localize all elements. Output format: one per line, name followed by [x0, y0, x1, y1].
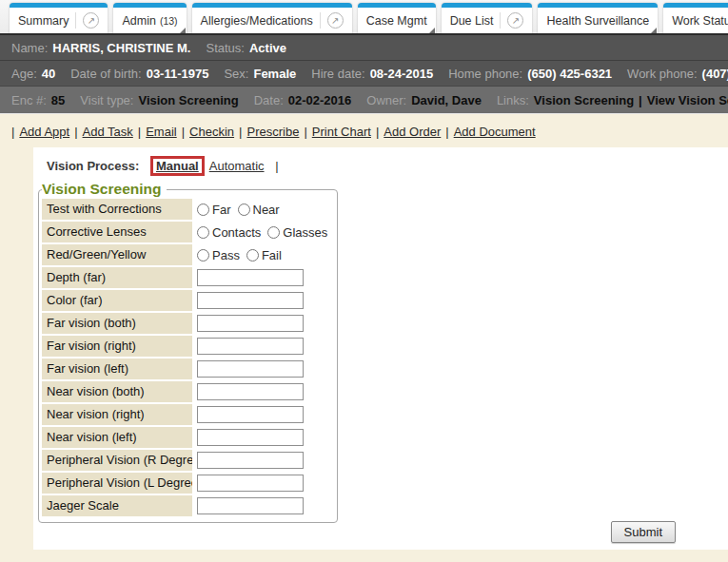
fieldset-legend: Vision Screening — [42, 181, 167, 198]
field-label: Corrective Lenses — [42, 222, 192, 242]
input-near-vision-right[interactable] — [197, 406, 304, 423]
field-control — [192, 267, 334, 288]
field-control — [192, 336, 334, 357]
encounter-enc: Enc #:85 — [11, 93, 65, 107]
vision-process-options: ManualAutomatic — [150, 159, 272, 173]
radio-contacts[interactable] — [197, 226, 209, 239]
input-jaeger-scale[interactable] — [197, 497, 304, 514]
field-control: ContactsGlasses — [192, 222, 334, 242]
action-link-add-task[interactable]: Add Task — [83, 125, 133, 139]
radio-option-pass[interactable]: Pass — [197, 248, 240, 262]
open-in-new-icon[interactable]: ↗ — [507, 12, 523, 29]
input-near-vision-both[interactable] — [197, 383, 304, 400]
tab-divider — [320, 12, 321, 29]
radio-glasses[interactable] — [267, 226, 280, 239]
input-depth-far[interactable] — [197, 269, 304, 286]
tab-allergies-medications[interactable]: Allergies/Medications↗ — [192, 3, 352, 33]
action-link-email[interactable]: Email — [146, 125, 177, 139]
input-color-far[interactable] — [197, 292, 304, 309]
field-label: Hire date: — [311, 67, 364, 81]
action-link-add-order[interactable]: Add Order — [384, 125, 441, 139]
field-value: (650) 425-6321 — [527, 67, 612, 81]
input-far-vision-both[interactable] — [197, 315, 304, 332]
field-value: 03-11-1975 — [147, 67, 209, 81]
action-link-prescribe[interactable]: Prescribe — [246, 125, 299, 139]
field-label: Far vision (right) — [42, 336, 192, 357]
field-control — [192, 495, 334, 516]
tab-work-status[interactable]: Work Status↗ — [663, 3, 728, 33]
field-label: Test with Corrections — [42, 199, 192, 220]
status-badge: Active — [249, 41, 286, 55]
vision-process-row: Vision Process: ManualAutomatic | — [33, 147, 728, 181]
link-view-vision-screening[interactable]: View Vision Screening — [647, 93, 728, 107]
encounter-visit-type: Visit type:Vision Screening — [80, 93, 238, 107]
form-row-red-green-yellow: Red/Green/YellowPassFail — [42, 244, 334, 265]
tab-summary[interactable]: Summary↗ — [10, 3, 108, 33]
open-in-new-icon[interactable]: ↗ — [327, 12, 344, 29]
vision-process-option-manual[interactable]: Manual — [156, 159, 199, 173]
submit-button[interactable]: Submit — [611, 521, 676, 543]
action-link-checkin[interactable]: Checkin — [189, 125, 234, 139]
status-label: Status: — [206, 41, 244, 55]
input-near-vision-left[interactable] — [197, 429, 304, 446]
radio-pass[interactable] — [197, 249, 209, 262]
patient-name-field: Name: HARRIS, CHRISTINE M. — [11, 41, 190, 55]
form-row-near-vision-right: Near vision (right) — [42, 404, 334, 425]
action-link-add-appt[interactable]: Add Appt — [19, 125, 69, 139]
field-label: Jaeger Scale — [42, 495, 192, 516]
form-row-jaeger-scale: Jaeger Scale — [42, 495, 334, 516]
field-label: Peripheral Vision (R Degree) — [42, 450, 192, 471]
dropdown-fold-icon — [180, 28, 186, 33]
input-far-vision-left[interactable] — [197, 360, 304, 378]
field-value: 08-24-2015 — [370, 67, 434, 81]
dropdown-fold-icon — [651, 28, 657, 33]
form-row-near-vision-both: Near vision (both) — [42, 381, 334, 402]
vision-process-option-automatic[interactable]: Automatic — [209, 159, 265, 173]
form-rows: Test with CorrectionsFarNearCorrective L… — [42, 199, 334, 516]
radio-far[interactable] — [197, 203, 209, 216]
demographic-age: Age:40 — [11, 67, 55, 81]
field-label: Age: — [11, 67, 37, 81]
field-label: Date of birth: — [70, 67, 141, 81]
field-value: 85 — [51, 93, 65, 107]
form-row-peripheral-vision-r-degree: Peripheral Vision (R Degree) — [42, 450, 334, 471]
radio-fail[interactable] — [246, 249, 259, 262]
input-peripheral-vision-r-degree[interactable] — [197, 452, 304, 469]
field-value: (407) 939 — [702, 67, 728, 81]
tab-case-mgmt[interactable]: Case Mgmt — [358, 3, 436, 33]
demographic-hire-date: Hire date:08-24-2015 — [311, 67, 433, 81]
field-label: Owner: — [366, 93, 406, 107]
field-label: Far vision (both) — [42, 313, 192, 334]
name-label: Name: — [11, 41, 48, 55]
radio-option-far[interactable]: Far — [197, 203, 231, 217]
input-far-vision-right[interactable] — [197, 338, 304, 355]
radio-option-fail[interactable]: Fail — [246, 248, 282, 262]
radio-option-contacts[interactable]: Contacts — [197, 225, 261, 240]
tab-due-list[interactable]: Due List↗ — [442, 3, 533, 33]
open-in-new-icon[interactable]: ↗ — [83, 12, 99, 29]
demographic-date-of-birth: Date of birth:03-11-1975 — [70, 67, 208, 81]
radio-option-near[interactable]: Near — [238, 203, 280, 217]
action-link-add-document[interactable]: Add Document — [454, 125, 536, 139]
field-value: Female — [253, 67, 296, 81]
field-label: Near vision (both) — [42, 381, 192, 402]
field-label: Visit type: — [80, 93, 133, 107]
field-value: David, Dave — [411, 93, 482, 107]
form-row-corrective-lenses: Corrective LensesContactsGlasses — [42, 222, 334, 242]
demographics-bar: Age:40Date of birth:03-11-1975Sex:Female… — [0, 60, 728, 86]
field-label: Work phone: — [627, 67, 697, 81]
action-link-print-chart[interactable]: Print Chart — [312, 125, 371, 139]
field-control — [192, 427, 334, 448]
tab-divider — [75, 12, 76, 29]
radio-label: Far — [212, 203, 231, 217]
field-control — [192, 404, 334, 425]
radio-option-glasses[interactable]: Glasses — [267, 225, 327, 240]
vision-process-label: Vision Process: — [47, 159, 139, 173]
link-vision-screening[interactable]: Vision Screening — [534, 93, 634, 107]
field-label: Red/Green/Yellow — [42, 244, 192, 265]
field-label: Peripheral Vision (L Degree) — [42, 473, 192, 494]
radio-near[interactable] — [238, 203, 250, 216]
tab-admin[interactable]: Admin(13) — [113, 3, 186, 33]
input-peripheral-vision-l-degree[interactable] — [197, 475, 304, 492]
tab-health-surveillance[interactable]: Health Surveillance — [538, 3, 658, 33]
